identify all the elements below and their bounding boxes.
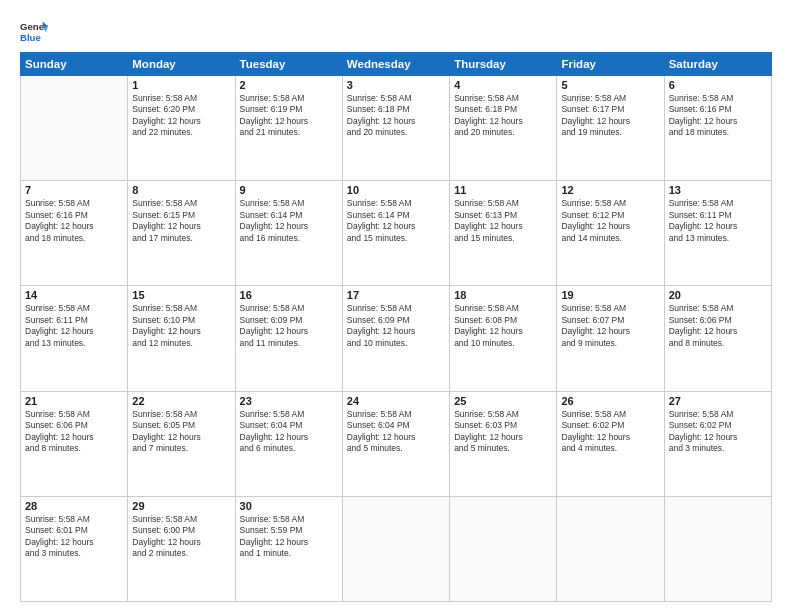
day-info: Sunrise: 5:58 AM Sunset: 6:06 PM Dayligh… [25, 409, 123, 455]
day-number: 21 [25, 395, 123, 407]
calendar-cell: 26Sunrise: 5:58 AM Sunset: 6:02 PM Dayli… [557, 391, 664, 496]
calendar-cell: 5Sunrise: 5:58 AM Sunset: 6:17 PM Daylig… [557, 76, 664, 181]
day-info: Sunrise: 5:58 AM Sunset: 6:01 PM Dayligh… [25, 514, 123, 560]
calendar-cell: 29Sunrise: 5:58 AM Sunset: 6:00 PM Dayli… [128, 496, 235, 601]
day-number: 6 [669, 79, 767, 91]
day-info: Sunrise: 5:58 AM Sunset: 6:16 PM Dayligh… [25, 198, 123, 244]
day-info: Sunrise: 5:58 AM Sunset: 6:02 PM Dayligh… [669, 409, 767, 455]
calendar-cell: 7Sunrise: 5:58 AM Sunset: 6:16 PM Daylig… [21, 181, 128, 286]
calendar-cell: 3Sunrise: 5:58 AM Sunset: 6:18 PM Daylig… [342, 76, 449, 181]
day-number: 16 [240, 289, 338, 301]
header: General Blue [20, 18, 772, 46]
day-info: Sunrise: 5:58 AM Sunset: 6:08 PM Dayligh… [454, 303, 552, 349]
day-number: 18 [454, 289, 552, 301]
calendar-cell [342, 496, 449, 601]
calendar-cell: 1Sunrise: 5:58 AM Sunset: 6:20 PM Daylig… [128, 76, 235, 181]
day-header-thursday: Thursday [450, 53, 557, 76]
day-number: 13 [669, 184, 767, 196]
day-number: 3 [347, 79, 445, 91]
logo: General Blue [20, 18, 48, 46]
day-header-wednesday: Wednesday [342, 53, 449, 76]
day-number: 17 [347, 289, 445, 301]
calendar-cell: 30Sunrise: 5:58 AM Sunset: 5:59 PM Dayli… [235, 496, 342, 601]
calendar-cell [21, 76, 128, 181]
day-info: Sunrise: 5:58 AM Sunset: 6:07 PM Dayligh… [561, 303, 659, 349]
calendar-cell: 8Sunrise: 5:58 AM Sunset: 6:15 PM Daylig… [128, 181, 235, 286]
calendar-cell: 24Sunrise: 5:58 AM Sunset: 6:04 PM Dayli… [342, 391, 449, 496]
day-info: Sunrise: 5:58 AM Sunset: 6:04 PM Dayligh… [240, 409, 338, 455]
calendar-cell: 14Sunrise: 5:58 AM Sunset: 6:11 PM Dayli… [21, 286, 128, 391]
day-number: 15 [132, 289, 230, 301]
day-info: Sunrise: 5:58 AM Sunset: 6:12 PM Dayligh… [561, 198, 659, 244]
logo-icon: General Blue [20, 18, 48, 46]
svg-text:Blue: Blue [20, 32, 41, 43]
day-number: 23 [240, 395, 338, 407]
day-header-tuesday: Tuesday [235, 53, 342, 76]
calendar-cell: 19Sunrise: 5:58 AM Sunset: 6:07 PM Dayli… [557, 286, 664, 391]
calendar-table: SundayMondayTuesdayWednesdayThursdayFrid… [20, 52, 772, 602]
day-info: Sunrise: 5:58 AM Sunset: 6:10 PM Dayligh… [132, 303, 230, 349]
day-number: 29 [132, 500, 230, 512]
calendar-cell: 21Sunrise: 5:58 AM Sunset: 6:06 PM Dayli… [21, 391, 128, 496]
day-info: Sunrise: 5:58 AM Sunset: 6:20 PM Dayligh… [132, 93, 230, 139]
day-number: 4 [454, 79, 552, 91]
day-info: Sunrise: 5:58 AM Sunset: 6:15 PM Dayligh… [132, 198, 230, 244]
calendar-week-row: 21Sunrise: 5:58 AM Sunset: 6:06 PM Dayli… [21, 391, 772, 496]
day-info: Sunrise: 5:58 AM Sunset: 6:19 PM Dayligh… [240, 93, 338, 139]
day-header-sunday: Sunday [21, 53, 128, 76]
day-number: 26 [561, 395, 659, 407]
day-number: 2 [240, 79, 338, 91]
day-info: Sunrise: 5:58 AM Sunset: 6:09 PM Dayligh… [347, 303, 445, 349]
calendar-cell: 6Sunrise: 5:58 AM Sunset: 6:16 PM Daylig… [664, 76, 771, 181]
day-info: Sunrise: 5:58 AM Sunset: 6:11 PM Dayligh… [669, 198, 767, 244]
calendar-cell: 4Sunrise: 5:58 AM Sunset: 6:18 PM Daylig… [450, 76, 557, 181]
day-number: 11 [454, 184, 552, 196]
day-info: Sunrise: 5:58 AM Sunset: 6:02 PM Dayligh… [561, 409, 659, 455]
calendar-week-row: 7Sunrise: 5:58 AM Sunset: 6:16 PM Daylig… [21, 181, 772, 286]
day-info: Sunrise: 5:58 AM Sunset: 6:04 PM Dayligh… [347, 409, 445, 455]
calendar-week-row: 14Sunrise: 5:58 AM Sunset: 6:11 PM Dayli… [21, 286, 772, 391]
day-number: 30 [240, 500, 338, 512]
day-info: Sunrise: 5:58 AM Sunset: 6:09 PM Dayligh… [240, 303, 338, 349]
calendar-cell: 12Sunrise: 5:58 AM Sunset: 6:12 PM Dayli… [557, 181, 664, 286]
page: General Blue SundayMondayTuesdayWednesda… [0, 0, 792, 612]
day-info: Sunrise: 5:58 AM Sunset: 6:06 PM Dayligh… [669, 303, 767, 349]
day-number: 10 [347, 184, 445, 196]
calendar-cell: 11Sunrise: 5:58 AM Sunset: 6:13 PM Dayli… [450, 181, 557, 286]
calendar-cell: 25Sunrise: 5:58 AM Sunset: 6:03 PM Dayli… [450, 391, 557, 496]
day-number: 7 [25, 184, 123, 196]
calendar-cell: 27Sunrise: 5:58 AM Sunset: 6:02 PM Dayli… [664, 391, 771, 496]
day-info: Sunrise: 5:58 AM Sunset: 6:18 PM Dayligh… [454, 93, 552, 139]
day-number: 28 [25, 500, 123, 512]
day-header-friday: Friday [557, 53, 664, 76]
calendar-week-row: 28Sunrise: 5:58 AM Sunset: 6:01 PM Dayli… [21, 496, 772, 601]
calendar-cell: 2Sunrise: 5:58 AM Sunset: 6:19 PM Daylig… [235, 76, 342, 181]
day-header-monday: Monday [128, 53, 235, 76]
day-number: 5 [561, 79, 659, 91]
day-header-saturday: Saturday [664, 53, 771, 76]
day-number: 27 [669, 395, 767, 407]
day-info: Sunrise: 5:58 AM Sunset: 6:05 PM Dayligh… [132, 409, 230, 455]
day-number: 25 [454, 395, 552, 407]
day-info: Sunrise: 5:58 AM Sunset: 6:13 PM Dayligh… [454, 198, 552, 244]
day-number: 14 [25, 289, 123, 301]
calendar-cell [450, 496, 557, 601]
day-info: Sunrise: 5:58 AM Sunset: 6:18 PM Dayligh… [347, 93, 445, 139]
calendar-cell: 13Sunrise: 5:58 AM Sunset: 6:11 PM Dayli… [664, 181, 771, 286]
day-info: Sunrise: 5:58 AM Sunset: 6:16 PM Dayligh… [669, 93, 767, 139]
day-number: 19 [561, 289, 659, 301]
day-info: Sunrise: 5:58 AM Sunset: 6:00 PM Dayligh… [132, 514, 230, 560]
day-info: Sunrise: 5:58 AM Sunset: 6:03 PM Dayligh… [454, 409, 552, 455]
day-info: Sunrise: 5:58 AM Sunset: 6:17 PM Dayligh… [561, 93, 659, 139]
day-info: Sunrise: 5:58 AM Sunset: 5:59 PM Dayligh… [240, 514, 338, 560]
calendar-cell [557, 496, 664, 601]
calendar-cell: 22Sunrise: 5:58 AM Sunset: 6:05 PM Dayli… [128, 391, 235, 496]
calendar-cell: 28Sunrise: 5:58 AM Sunset: 6:01 PM Dayli… [21, 496, 128, 601]
day-number: 1 [132, 79, 230, 91]
day-number: 8 [132, 184, 230, 196]
day-number: 9 [240, 184, 338, 196]
day-info: Sunrise: 5:58 AM Sunset: 6:14 PM Dayligh… [240, 198, 338, 244]
calendar-cell: 20Sunrise: 5:58 AM Sunset: 6:06 PM Dayli… [664, 286, 771, 391]
calendar-cell: 9Sunrise: 5:58 AM Sunset: 6:14 PM Daylig… [235, 181, 342, 286]
calendar-cell: 23Sunrise: 5:58 AM Sunset: 6:04 PM Dayli… [235, 391, 342, 496]
